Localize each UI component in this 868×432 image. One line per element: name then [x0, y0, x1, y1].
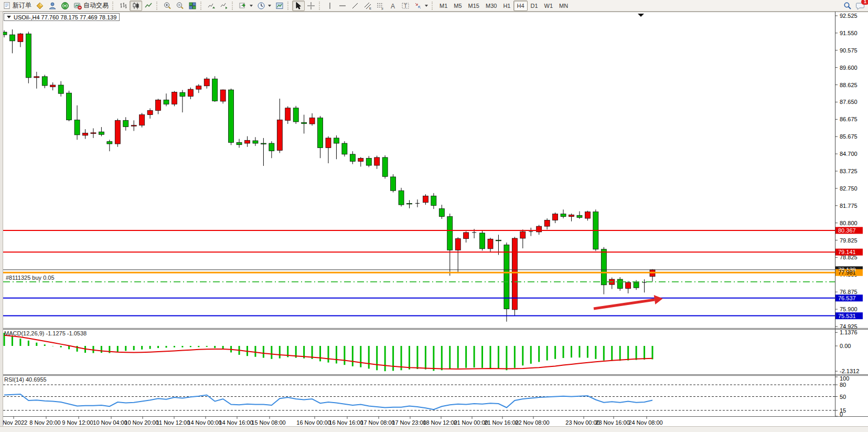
svg-text:14 Nov 16:00: 14 Nov 16:00 [219, 419, 253, 426]
svg-text:T: T [404, 3, 407, 8]
timeframe-button-MN[interactable]: MN [556, 1, 571, 11]
market-watch-button[interactable] [46, 1, 59, 11]
svg-text:21 Nov 00:00: 21 Nov 00:00 [454, 419, 488, 426]
line-chart-icon [144, 2, 153, 10]
chat-button[interactable]: 1 [854, 1, 867, 11]
search-button[interactable] [841, 1, 854, 11]
toolbar-separator [319, 2, 322, 10]
svg-text:17 Nov 08:00: 17 Nov 08:00 [360, 419, 394, 426]
text-label-button[interactable]: T [399, 1, 412, 11]
timeframe-button-M15[interactable]: M15 [465, 1, 483, 11]
fibonacci-button[interactable]: F [374, 1, 387, 11]
timeframe-button-W1[interactable]: W1 [541, 1, 556, 11]
timeframe-button-H4[interactable]: H4 [513, 1, 527, 11]
order-line-label: #8111325 buy 0.05 [6, 275, 55, 281]
timeframe-button-H1[interactable]: H1 [500, 1, 513, 11]
zoom-out-button[interactable] [174, 1, 186, 11]
svg-text:80.800: 80.800 [840, 220, 858, 226]
svg-text:76.875: 76.875 [840, 289, 858, 295]
svg-text:77.981: 77.981 [838, 269, 856, 276]
svg-text:50: 50 [840, 394, 846, 400]
new-order-button[interactable]: 新订单 [1, 1, 34, 11]
chart-window[interactable]: 92.52591.55090.57589.60088.62587.65086.6… [0, 0, 868, 432]
crosshair-button[interactable] [305, 1, 317, 11]
chart-svg[interactable]: 92.52591.55090.57589.60088.62587.65086.6… [0, 0, 868, 432]
periods-dropdown-caret[interactable] [268, 5, 271, 7]
bar-chart-button[interactable] [117, 1, 130, 11]
auto-scroll-button[interactable] [205, 1, 218, 11]
svg-text:A: A [391, 2, 395, 9]
svg-text:91.550: 91.550 [840, 30, 858, 36]
candlestick-chart-button[interactable] [130, 1, 142, 11]
zoom-in-button[interactable] [161, 1, 174, 11]
svg-text:75.900: 75.900 [840, 306, 858, 312]
symbol-info-text: USOil-,H4 77.760 78.175 77.469 78.139 [14, 14, 116, 20]
trendline-button[interactable] [349, 1, 361, 11]
vertical-line-icon [326, 2, 334, 10]
chart-profile-button[interactable] [34, 1, 46, 11]
signals-button[interactable] [59, 1, 71, 11]
svg-text:23 Nov 00:00: 23 Nov 00:00 [565, 419, 599, 426]
clock-icon [257, 2, 265, 10]
toolbar-separator [112, 2, 115, 10]
fibonacci-icon: F [376, 2, 384, 10]
text-label-icon: T [401, 2, 410, 10]
cursor-button[interactable] [292, 1, 305, 11]
bar-chart-icon [119, 2, 127, 10]
chart-shift-icon [220, 2, 228, 10]
svg-text:75.531: 75.531 [838, 313, 856, 319]
svg-text:87.650: 87.650 [840, 99, 858, 105]
indicators-icon [239, 2, 247, 10]
timeframe-button-M1[interactable]: M1 [436, 1, 451, 11]
svg-text:86.675: 86.675 [840, 116, 858, 122]
chart-menu-arrow-icon[interactable] [7, 16, 11, 18]
toolbar-separator [156, 2, 159, 10]
timeframe-group: M1M5M15M30H1H4D1W1MN [436, 1, 571, 11]
svg-text:11 Nov 12:00: 11 Nov 12:00 [156, 419, 190, 426]
equidistant-channel-button[interactable]: E [361, 1, 374, 11]
new-order-icon [3, 2, 11, 9]
vertical-line-button[interactable] [324, 1, 336, 11]
periods-button[interactable] [255, 1, 273, 11]
new-order-label: 新订单 [13, 1, 31, 10]
timeframe-button-M5[interactable]: M5 [451, 1, 465, 11]
gold-diamond-icon [36, 2, 44, 10]
svg-text:100: 100 [840, 375, 849, 382]
trendline-icon [351, 2, 359, 10]
chat-badge: 1 [861, 0, 868, 5]
svg-text:21 Nov 16:00: 21 Nov 16:00 [484, 419, 518, 426]
svg-text:15 Nov 08:00: 15 Nov 08:00 [251, 419, 285, 426]
tile-windows-icon [188, 2, 197, 10]
toolbar-separator [200, 2, 203, 10]
svg-text:10 Nov 04:00: 10 Nov 04:00 [93, 419, 127, 426]
autotrade-button[interactable]: 自动交易 [71, 1, 111, 11]
svg-text:16 Nov 00:00: 16 Nov 00:00 [296, 419, 330, 426]
toolbar-separator [432, 2, 435, 10]
tile-windows-button[interactable] [186, 1, 199, 11]
toolbar-separator [287, 2, 291, 10]
chart-shift-button[interactable] [218, 1, 230, 11]
shapes-button[interactable] [412, 1, 430, 11]
svg-text:-2.1312: -2.1312 [840, 368, 859, 374]
indicators-dropdown-caret[interactable] [250, 5, 253, 7]
svg-text:92.525: 92.525 [840, 13, 858, 19]
svg-text:0.00: 0.00 [840, 343, 851, 349]
line-chart-button[interactable] [142, 1, 155, 11]
timeframe-button-M30[interactable]: M30 [483, 1, 500, 11]
horizontal-line-button[interactable] [336, 1, 349, 11]
svg-text:83.725: 83.725 [840, 168, 858, 174]
text-button[interactable]: A [387, 1, 399, 11]
svg-text:23 Nov 16:00: 23 Nov 16:00 [595, 419, 629, 426]
symbol-info-box: USOil-,H4 77.760 78.175 77.469 78.139 [4, 13, 120, 21]
svg-text:24 Nov 08:00: 24 Nov 08:00 [628, 419, 662, 426]
svg-text:85.675: 85.675 [840, 133, 858, 140]
svg-text:0: 0 [840, 411, 843, 417]
svg-text:81.775: 81.775 [840, 203, 858, 209]
macd-indicator-label: MACD(12,26,9) -1.1275 -1.0538 [4, 330, 87, 336]
indicators-button[interactable] [237, 1, 255, 11]
channel-icon: E [363, 2, 372, 10]
shapes-dropdown-caret[interactable] [425, 5, 428, 7]
svg-text:79.825: 79.825 [840, 237, 858, 244]
timeframe-button-D1[interactable]: D1 [528, 1, 541, 11]
templates-button[interactable] [273, 1, 286, 11]
